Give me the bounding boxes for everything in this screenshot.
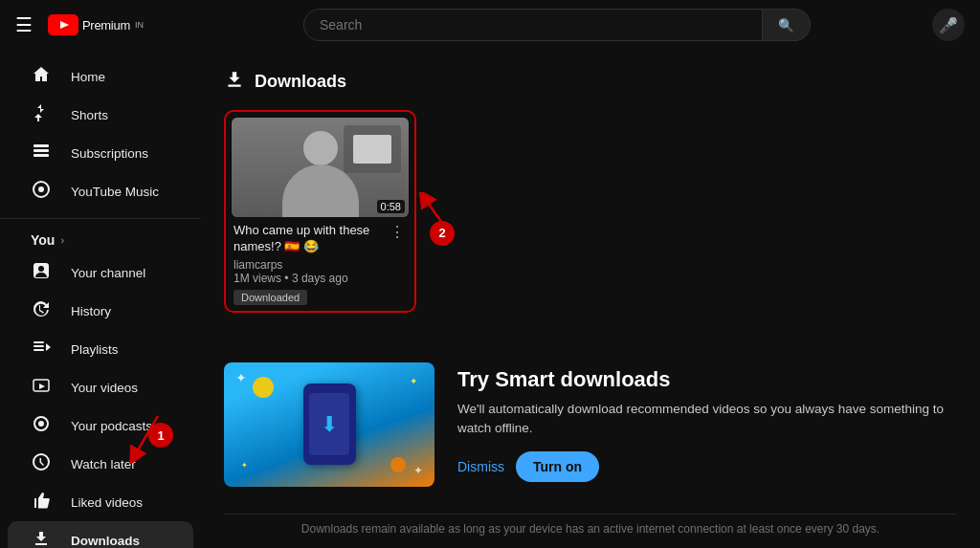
sidebar: Home Shorts Subscriptions YouTube Music … [0, 50, 201, 548]
sidebar-item-history[interactable]: History [8, 292, 193, 330]
video-duration: 0:58 [377, 200, 405, 213]
video-meta: 1M views • 3 days ago [234, 272, 407, 285]
sidebar-item-your-videos[interactable]: Your videos [8, 368, 193, 406]
annotation-2: 2 [430, 221, 455, 246]
smart-downloads-thumbnail: ✦ ✦ ✦ ✦ ⬇ [224, 362, 434, 487]
header: ☰ Premium IN 🔍 🎤 [0, 0, 980, 50]
history-icon [31, 299, 52, 323]
svg-rect-9 [33, 341, 44, 343]
header-center: 🔍 [222, 9, 892, 41]
sidebar-item-liked-videos-label: Liked videos [71, 495, 143, 510]
hamburger-icon[interactable]: ☰ [15, 13, 33, 36]
premium-label: Premium [82, 18, 130, 33]
sidebar-item-downloads-label: Downloads [71, 534, 140, 548]
mic-button[interactable]: 🎤 [932, 9, 965, 41]
search-bar [303, 9, 763, 41]
svg-marker-12 [46, 343, 51, 351]
sidebar-divider-1 [0, 218, 201, 219]
video-separator: • [284, 272, 292, 285]
search-button[interactable]: 🔍 [763, 9, 811, 41]
downloads-nav-icon [31, 529, 52, 549]
sidebar-item-playlists-label: Playlists [71, 342, 119, 357]
header-right: 🎤 [907, 9, 965, 41]
downloads-header: Downloads [224, 69, 957, 95]
sidebar-item-downloads[interactable]: Downloads [8, 521, 193, 548]
mic-icon: 🎤 [939, 16, 958, 34]
locale-badge: IN [135, 20, 144, 30]
sidebar-item-your-channel[interactable]: Your channel [8, 253, 193, 292]
smart-downloads-actions: Dismiss Turn on [457, 451, 957, 482]
youtube-icon [48, 14, 78, 35]
video-menu-button[interactable]: ⋮ [388, 223, 407, 241]
sidebar-item-your-channel-label: Your channel [71, 266, 145, 280]
video-card-inner: 0:58 Who came up with these names!? 🇪🇸 😂… [232, 118, 409, 305]
svg-rect-2 [33, 144, 49, 147]
sidebar-item-subscriptions[interactable]: Subscriptions [8, 134, 193, 172]
sidebar-item-watch-later-label: Watch later [71, 457, 136, 471]
sidebar-item-playlists[interactable]: Playlists [8, 330, 193, 368]
sidebar-item-home[interactable]: Home [8, 57, 193, 96]
video-title: Who came up with these names!? 🇪🇸 😂 [234, 223, 388, 255]
sidebar-item-liked-videos[interactable]: Liked videos [8, 483, 193, 521]
downloads-video-card[interactable]: 0:58 Who came up with these names!? 🇪🇸 😂… [224, 110, 416, 313]
phone-screen: ⬇ [309, 393, 349, 455]
svg-marker-14 [39, 384, 45, 389]
downloads-header-icon [224, 69, 245, 95]
video-views: 1M views [234, 272, 281, 285]
channel-icon [31, 261, 52, 285]
svg-point-16 [38, 421, 44, 427]
downloads-title: Downloads [255, 72, 346, 92]
svg-point-8 [38, 266, 44, 272]
sidebar-item-subscriptions-label: Subscriptions [71, 146, 148, 161]
your-videos-icon [31, 376, 52, 400]
sidebar-item-youtube-music[interactable]: YouTube Music [8, 172, 193, 210]
body: Home Shorts Subscriptions YouTube Music … [0, 50, 980, 548]
sidebar-item-music-label: YouTube Music [71, 185, 159, 199]
you-section[interactable]: You › [8, 227, 193, 253]
video-time-ago: 3 days ago [292, 272, 348, 285]
video-title-row: Who came up with these names!? 🇪🇸 😂 ⋮ [234, 223, 407, 255]
video-thumbnail: 0:58 [232, 118, 409, 217]
smart-downloads-desc: We'll automatically download recommended… [457, 400, 957, 439]
logo-area[interactable]: Premium IN [48, 14, 144, 35]
you-chevron-icon: › [60, 234, 64, 246]
smart-downloads-info: Try Smart downloads We'll automatically … [457, 367, 957, 483]
sidebar-item-your-podcasts-label: Your podcasts [71, 419, 152, 433]
yt-logo [48, 14, 78, 35]
sidebar-item-home-label: Home [71, 70, 105, 84]
smart-thumb-inner: ✦ ✦ ✦ ✦ ⬇ [224, 362, 434, 487]
sidebar-item-your-videos-label: Your videos [71, 381, 138, 395]
home-icon [31, 65, 52, 89]
dismiss-button[interactable]: Dismiss [457, 459, 504, 474]
downloads-footer-note: Downloads remain available as long as yo… [224, 514, 957, 536]
svg-rect-3 [33, 149, 49, 152]
sidebar-item-history-label: History [71, 304, 111, 318]
svg-rect-4 [33, 154, 49, 157]
svg-point-6 [38, 186, 44, 192]
playlists-icon [31, 338, 52, 362]
music-icon [31, 180, 52, 204]
phone-shape: ⬇ [303, 384, 356, 465]
subscriptions-icon [31, 142, 52, 165]
video-info: Who came up with these names!? 🇪🇸 😂 ⋮ li… [232, 223, 409, 305]
search-input[interactable] [304, 10, 762, 40]
watch-later-icon [31, 452, 52, 476]
sidebar-item-shorts[interactable]: Shorts [8, 96, 193, 134]
main-content: Downloads 0:58 [201, 50, 980, 548]
shorts-icon [31, 103, 52, 127]
svg-rect-10 [33, 345, 44, 347]
phone-download-icon: ⬇ [321, 412, 338, 437]
smart-downloads-title: Try Smart downloads [457, 367, 957, 392]
you-label: You [31, 232, 55, 248]
podcasts-icon [31, 414, 52, 438]
sidebar-item-shorts-label: Shorts [71, 108, 108, 122]
turn-on-button[interactable]: Turn on [516, 451, 599, 482]
smart-downloads-card: ✦ ✦ ✦ ✦ ⬇ Try Smart downloads We'll [224, 351, 957, 498]
downloaded-badge: Downloaded [234, 290, 307, 305]
sidebar-item-watch-later[interactable]: Watch later [8, 445, 193, 483]
video-channel: liamcarps [234, 258, 407, 272]
header-left: ☰ Premium IN [15, 13, 207, 36]
svg-rect-11 [33, 349, 44, 351]
search-icon: 🔍 [778, 18, 794, 33]
liked-icon [31, 491, 52, 515]
